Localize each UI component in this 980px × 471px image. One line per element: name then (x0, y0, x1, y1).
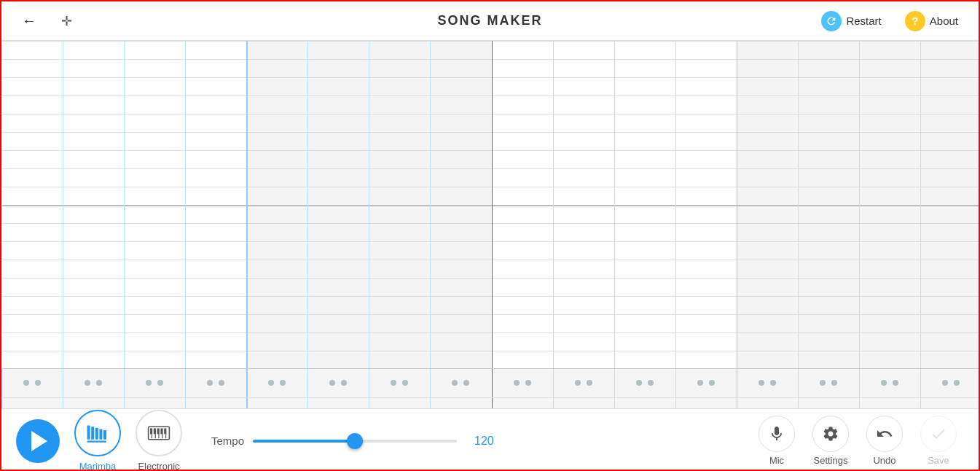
melody-grid[interactable] (1, 41, 979, 369)
mic-icon-circle[interactable] (758, 416, 795, 452)
grid-container (1, 41, 979, 408)
header: ← ✛ SONG MAKER Restart ? About (1, 1, 979, 41)
save-label: Save (928, 455, 949, 466)
toolbar: Marimba Electronic Tempo (1, 408, 979, 471)
move-icon: ✛ (61, 13, 72, 29)
marimba-instrument: Marimba (74, 410, 121, 471)
play-icon (31, 431, 47, 451)
about-button[interactable]: ? About (896, 7, 967, 36)
electronic-icon (147, 423, 170, 443)
header-left: ← ✛ (13, 8, 77, 34)
tempo-value: 120 (474, 435, 500, 448)
tempo-track (253, 440, 457, 443)
svg-rect-9 (157, 429, 160, 435)
tempo-slider[interactable] (253, 434, 457, 448)
about-icon: ? (905, 11, 925, 31)
tempo-label: Tempo (211, 435, 244, 447)
undo-label: Undo (873, 455, 895, 466)
svg-rect-1 (91, 427, 94, 440)
svg-rect-8 (154, 429, 156, 435)
settings-icon-circle[interactable] (812, 416, 849, 452)
electronic-label: Electronic (138, 461, 179, 471)
undo-icon-circle[interactable] (866, 416, 903, 452)
undo-control: Undo (859, 416, 910, 466)
back-button[interactable]: ← (13, 8, 45, 34)
about-label: About (930, 15, 958, 27)
settings-control: Settings (805, 416, 856, 466)
tempo-section: Tempo 120 (211, 434, 737, 448)
settings-label: Settings (814, 455, 848, 466)
back-icon: ← (22, 12, 36, 29)
percussion-row-1[interactable] (1, 369, 979, 398)
restart-icon (821, 11, 842, 31)
move-button[interactable]: ✛ (57, 9, 77, 34)
mic-control: Mic (751, 416, 802, 466)
save-icon-circle[interactable] (920, 416, 957, 452)
undo-icon (876, 425, 893, 443)
percussion-row-2[interactable] (1, 398, 979, 409)
svg-rect-10 (160, 429, 162, 435)
svg-rect-7 (150, 429, 152, 435)
tempo-thumb[interactable] (347, 433, 363, 449)
settings-icon (822, 425, 839, 443)
svg-rect-5 (87, 440, 106, 442)
mic-label: Mic (769, 455, 784, 466)
percussion-grid[interactable] (1, 369, 979, 408)
restart-label: Restart (846, 15, 881, 27)
save-control: Save (913, 416, 964, 466)
page-title: SONG MAKER (437, 13, 542, 28)
svg-rect-3 (99, 429, 102, 439)
marimba-icon (86, 423, 109, 443)
right-controls: Mic Settings Undo (751, 416, 964, 466)
svg-rect-2 (95, 428, 98, 440)
restart-button[interactable]: Restart (812, 7, 890, 36)
header-right: Restart ? About (812, 7, 967, 36)
tempo-fill (253, 440, 355, 443)
svg-rect-4 (103, 430, 106, 440)
marimba-label: Marimba (79, 461, 117, 471)
electronic-instrument: Electronic (136, 410, 182, 471)
save-icon (930, 425, 947, 443)
play-button[interactable] (16, 419, 60, 463)
svg-rect-0 (87, 426, 90, 440)
marimba-button[interactable] (74, 410, 121, 456)
mic-icon (768, 425, 785, 443)
svg-rect-11 (164, 429, 166, 435)
electronic-button[interactable] (136, 410, 182, 456)
